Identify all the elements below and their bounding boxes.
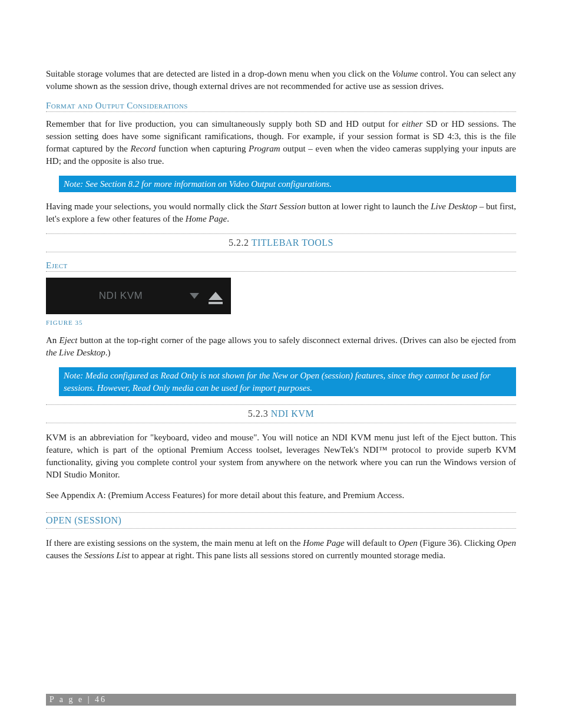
text: button at the top-right corner of the pa… — [77, 335, 516, 345]
italic-volume: Volume — [392, 69, 418, 78]
dropdown-icon — [190, 293, 199, 299]
paragraph-kvm: KVM is an abbreviation for "keyboard, vi… — [46, 431, 516, 481]
text: An — [46, 335, 59, 345]
eject-icon — [209, 292, 223, 300]
text: to appear at right. This pane lists all … — [130, 551, 445, 560]
paragraph-format: Remember that for live production, you c… — [46, 118, 516, 167]
italic-start-session: Start Session — [260, 202, 306, 211]
paragraph-appendix: See Appendix A: (Premium Access Features… — [46, 489, 516, 502]
text: Having made your selections, you would n… — [46, 202, 260, 211]
heading-titlebar-tools: 5.2.2 TITLEBAR TOOLS — [46, 233, 516, 252]
text: button at lower right to launch the — [306, 202, 431, 211]
text: Remember that for live production, you c… — [46, 119, 402, 129]
italic-program: Program — [249, 144, 280, 153]
italic-either: either — [402, 119, 422, 129]
italic-live-desktop: Live Desktop — [431, 202, 477, 211]
italic-sessions-list: Sessions List — [84, 551, 130, 560]
paragraph-eject: An Eject button at the top-right corner … — [46, 334, 516, 359]
heading-ndi-kvm: 5.2.3 NDI KVM — [46, 404, 516, 423]
document-page: Suitable storage volumes that are detect… — [0, 0, 562, 728]
paragraph-volume: Suitable storage volumes that are detect… — [46, 68, 516, 93]
ndi-kvm-label: NDI KVM — [61, 290, 180, 302]
heading-text: TITLEBAR TOOLS — [252, 238, 333, 248]
paragraph-start-session: Having made your selections, you would n… — [46, 200, 516, 225]
paragraph-open: If there are existing sessions on the sy… — [46, 537, 516, 562]
subheading-eject: Eject — [46, 261, 516, 272]
text: If there are existing sessions on the sy… — [46, 538, 303, 548]
text: function when capturing — [156, 144, 249, 153]
heading-number: 5.2.2 — [229, 238, 252, 248]
figure-ndi-kvm: NDI KVM — [46, 278, 231, 314]
italic-open-2: Open — [497, 538, 517, 548]
text: . — [227, 214, 229, 223]
italic-open: Open — [398, 538, 418, 548]
text: causes the — [46, 551, 84, 560]
subheading-format-output: Format and Output Considerations — [46, 101, 516, 112]
italic-home-page-2: Home Page — [303, 538, 344, 548]
italic-live-desktop-2: the Live Desktop — [46, 348, 105, 357]
heading-number: 5.2.3 — [248, 409, 271, 419]
text: (Figure 36). Clicking — [418, 538, 497, 548]
text: Suitable storage volumes that are detect… — [46, 69, 392, 78]
page-footer: P a g e | 46 — [46, 694, 516, 706]
italic-eject: Eject — [59, 335, 78, 345]
text: .) — [105, 348, 111, 357]
note-read-only: Note: Media configured as Read Only is n… — [59, 367, 516, 396]
italic-home-page: Home Page — [186, 214, 227, 223]
note-video-output: Note: See Section 8.2 for more informati… — [59, 176, 516, 192]
heading-open-session: OPEN (SESSION) — [46, 512, 516, 529]
heading-text: NDI KVM — [271, 409, 314, 419]
italic-record: Record — [131, 144, 156, 153]
figure-caption-35: FIGURE 35 — [46, 319, 516, 326]
text: will default to — [345, 538, 399, 548]
